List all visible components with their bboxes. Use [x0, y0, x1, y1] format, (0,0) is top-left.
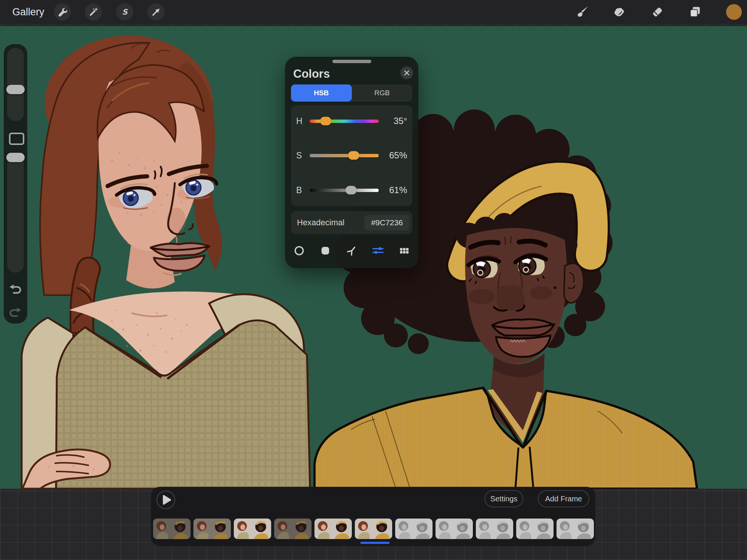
gallery-button[interactable]: Gallery — [12, 0, 44, 24]
hue-label: H — [296, 116, 307, 126]
hue-value: 35° — [383, 116, 407, 126]
hexadecimal-row: Hexadecimal #9C7236 — [291, 211, 412, 234]
brush-opacity-slider[interactable] — [7, 152, 24, 273]
hexadecimal-label: Hexadecimal — [297, 218, 344, 228]
layers-icon — [688, 5, 702, 19]
frame-strip — [153, 519, 594, 539]
saturation-slider[interactable] — [310, 154, 379, 157]
smudge-icon — [612, 5, 626, 19]
eraser-icon — [651, 5, 664, 19]
timeline-settings-button[interactable]: Settings — [484, 490, 523, 507]
hue-slider[interactable] — [310, 120, 379, 123]
frame-thumbnail[interactable] — [314, 519, 352, 539]
brightness-value: 61% — [383, 185, 407, 195]
value-sliders-icon — [371, 244, 385, 257]
selection-button[interactable]: S — [116, 3, 133, 21]
brush-sidebar — [4, 44, 27, 324]
frame-thumbnail[interactable] — [395, 519, 433, 539]
brightness-knob[interactable] — [345, 186, 357, 195]
harmony-icon — [345, 244, 358, 257]
frame-thumbnail[interactable] — [557, 519, 594, 539]
current-color-button[interactable] — [726, 4, 742, 20]
hue-knob[interactable] — [320, 117, 331, 126]
magic-wand-icon — [88, 6, 99, 18]
saturation-slider-row: S 65% — [296, 151, 407, 160]
animation-timeline: Settings Add Frame — [151, 487, 595, 546]
colors-panel: Colors HSB RGB H 35° S 65% B — [285, 57, 418, 268]
undo-icon — [9, 283, 22, 297]
saturation-value: 65% — [383, 150, 407, 161]
brush-icon — [576, 5, 589, 19]
transform-button[interactable] — [148, 3, 165, 21]
color-mode-switcher — [292, 242, 412, 259]
palettes-mode-button[interactable] — [397, 243, 412, 258]
brightness-label: B — [296, 185, 307, 195]
frame-thumbnail[interactable] — [193, 519, 231, 539]
undo-button[interactable] — [9, 283, 22, 297]
palettes-grid-icon — [398, 244, 410, 257]
brush-opacity-knob[interactable] — [6, 153, 25, 162]
panel-drag-handle[interactable] — [332, 60, 371, 63]
selected-frame-indicator — [360, 542, 390, 544]
hue-slider-row: H 35° — [296, 116, 407, 126]
wrench-icon — [57, 6, 68, 18]
saturation-label: S — [296, 151, 307, 161]
colors-panel-title: Colors — [293, 67, 330, 81]
add-frame-button[interactable]: Add Frame — [538, 490, 589, 507]
frame-thumbnail[interactable] — [355, 519, 392, 539]
play-button[interactable] — [156, 490, 176, 510]
smudge-tool-button[interactable] — [612, 5, 626, 19]
value-mode-button[interactable] — [371, 243, 385, 258]
frame-thumbnail[interactable] — [516, 519, 554, 539]
close-icon — [403, 69, 410, 76]
disc-icon — [293, 244, 306, 257]
actions-button[interactable] — [54, 3, 71, 21]
tab-rgb[interactable]: RGB — [352, 84, 413, 102]
brush-size-slider[interactable] — [7, 48, 24, 121]
layers-button[interactable] — [688, 5, 702, 19]
frame-thumbnail[interactable] — [476, 519, 513, 539]
redo-button[interactable] — [9, 306, 22, 320]
frame-thumbnail[interactable] — [153, 519, 190, 539]
adjustments-button[interactable] — [85, 3, 102, 21]
frame-thumbnail[interactable] — [234, 519, 271, 539]
classic-mode-button[interactable] — [318, 243, 333, 258]
brightness-slider[interactable] — [310, 189, 379, 192]
redo-icon — [9, 306, 22, 320]
classic-icon — [319, 244, 332, 257]
saturation-knob[interactable] — [348, 151, 359, 160]
harmony-mode-button[interactable] — [344, 243, 359, 258]
brightness-slider-row: B 61% — [296, 185, 407, 195]
transform-arrow-icon — [151, 6, 162, 18]
brush-size-knob[interactable] — [6, 85, 25, 94]
modify-button[interactable] — [9, 133, 24, 145]
erase-tool-button[interactable] — [651, 5, 664, 19]
color-mode-tabs: HSB RGB — [291, 84, 412, 102]
paint-tool-button[interactable] — [576, 5, 589, 19]
svg-text:S: S — [122, 7, 128, 16]
hex-value-field[interactable]: #9C7236 — [365, 215, 409, 231]
disc-mode-button[interactable] — [292, 243, 307, 258]
selection-s-icon: S — [119, 6, 130, 18]
play-icon — [156, 490, 176, 510]
top-toolbar: Gallery S — [0, 0, 747, 24]
frame-thumbnail[interactable] — [436, 519, 473, 539]
tab-hsb[interactable]: HSB — [291, 84, 352, 102]
close-button[interactable] — [400, 66, 413, 79]
frame-thumbnail[interactable] — [274, 519, 311, 539]
hsb-sliders-card: H 35° S 65% B 61% — [291, 105, 412, 206]
